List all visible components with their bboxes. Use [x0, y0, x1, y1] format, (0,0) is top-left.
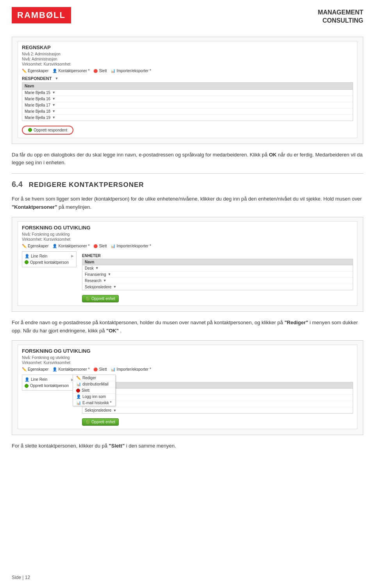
contact-panel2: Line Rein ▶ Opprett kontaktperson [22, 375, 77, 391]
menu-egenskaper[interactable]: Egenskaper [22, 69, 48, 73]
f1-menu-egenskaper[interactable]: Egenskaper [22, 244, 48, 248]
row-marie16: Marie Bjella 16 [25, 97, 50, 101]
row-marie18: Marie Bjella 18 [25, 109, 50, 114]
page-header: RAMBØLL MANAGEMENT CONSULTING [0, 0, 375, 29]
enheter-desk: Desk [85, 266, 94, 270]
f1-kontakt-label: Kontaktpersoner * [58, 244, 89, 248]
enheter-row[interactable]: Research ▼ [82, 278, 353, 284]
dropdown-logg-inn[interactable]: Logg inn som [73, 394, 115, 400]
para3-ok: "OK" [106, 328, 119, 334]
create-enhet2-wrapper: Opprett enhet [82, 416, 353, 426]
person-icon [52, 244, 57, 248]
paragraph-4: For å slette kontaktpersonen, klikker du… [12, 442, 363, 450]
f1-egenskaper-label: Egenskaper [28, 244, 48, 248]
row-arrow: ▼ [52, 97, 55, 101]
f1-menu-importer[interactable]: Importer/eksporter * [111, 244, 151, 248]
contact-panel2-wrapper: Line Rein ▶ Opprett kontaktperson Redige… [22, 375, 77, 426]
contact-create-row2[interactable]: Opprett kontaktperson [25, 383, 74, 389]
f2-egenskaper-label: Egenskaper [28, 367, 48, 371]
enheter-row[interactable]: Finansiering ▼ [82, 272, 353, 278]
export-icon [111, 367, 115, 371]
enheter-row2[interactable]: Desk ▼ [82, 389, 353, 395]
dropdown-rediger[interactable]: Rediger [73, 375, 115, 381]
pencil-icon [22, 244, 27, 248]
export-icon [111, 69, 115, 73]
main-content: REGNSKAP Nivå 2: Administrasjon Nivå: Ad… [0, 29, 375, 472]
respondent-table: Navn Marie Bjella 15 ▼ Marie Bjella 16 ▼… [22, 82, 353, 121]
f2-menu-kontaktpersoner[interactable]: Kontaktpersoner * [52, 367, 89, 371]
green-circle-icon [25, 384, 29, 388]
enheter-arrow2: ▼ [113, 409, 116, 412]
respondent-label-text: RESPONDENT [22, 76, 52, 81]
green-icon2 [86, 420, 90, 424]
enheter-finansiering: Finansiering [85, 272, 106, 277]
create-contact-label: Opprett kontaktperson [30, 260, 69, 265]
dropdown-email-historikk[interactable]: E-mail historikk * [73, 400, 115, 406]
table-row[interactable]: Marie Bjella 17 ▼ [22, 102, 353, 108]
dropdown-slett-label: Slett [82, 388, 89, 393]
row-marie19: Marie Bjella 19 [25, 115, 50, 120]
enheter-arrow: ▼ [113, 285, 116, 289]
dropdown-logg-label: Logg inn som [82, 394, 106, 399]
menu-slett[interactable]: Slett [93, 69, 107, 73]
f2-menu-slett[interactable]: Slett [93, 367, 107, 371]
contact-create-row[interactable]: Opprett kontaktperson [25, 259, 74, 265]
green-circle-icon [28, 128, 32, 132]
table-row[interactable]: Marie Bjella 18 ▼ [22, 108, 353, 115]
respondent-table-header: Navn [22, 83, 353, 90]
enheter-table2: Navn Desk ▼ Finansiering ▼ Research ▼ [82, 382, 353, 414]
create-enhet-button[interactable]: Opprett enhet [82, 295, 119, 302]
dropdown-historikk-label: E-mail historikk * [82, 401, 111, 405]
delete-icon [93, 69, 98, 73]
create-respondent-button[interactable]: Opprett respondent [22, 126, 73, 135]
dropdown-distributionmail[interactable]: distributionMail [73, 381, 115, 387]
create-enhet-wrapper: Opprett enhet [82, 293, 353, 302]
f1-menu-kontaktpersoner[interactable]: Kontaktpersoner * [52, 244, 89, 248]
enheter-row2[interactable]: Seksjonsledere ▼ [82, 407, 353, 413]
para4-text: For å slette kontaktpersonen, klikker du… [12, 443, 107, 449]
forskning1-title: FORSKNING OG UTVIKLING [22, 225, 353, 231]
enheter-row[interactable]: Desk ▼ [82, 265, 353, 272]
enheter-row2[interactable]: Finansiering ▼ [82, 395, 353, 401]
enheter-arrow: ▼ [95, 266, 99, 270]
green-icon [86, 297, 90, 301]
enheter-label2: ENHETER [82, 377, 353, 381]
regnskap-title: REGNSKAP [22, 44, 353, 50]
enheter-section: ENHETER Navn Desk ▼ Finansiering ▼ Resea [82, 254, 353, 302]
para2-rest: på menylinjen. [59, 204, 91, 210]
contact-row-line2[interactable]: Line Rein ▶ [25, 377, 74, 383]
f2-menu-importer[interactable]: Importer/eksporter * [111, 367, 151, 371]
enheter-row[interactable]: Seksjonsledere ▼ [82, 284, 353, 290]
enheter-section2: ENHETER Navn Desk ▼ Finansiering ▼ Resea [82, 377, 353, 426]
row-arrow: ▼ [52, 115, 55, 119]
contact-panel: Line Rein ▶ Opprett kontaktperson [22, 251, 77, 267]
create-respondent-label: Opprett respondent [34, 128, 67, 132]
forskning2-menu-bar: Egenskaper Kontaktpersoner * Slett Impor… [22, 367, 353, 371]
screenshot-regnskap: REGNSKAP Nivå 2: Administrasjon Nivå: Ad… [12, 37, 363, 144]
para4-slett: "Slett" [109, 443, 125, 449]
menu-kontaktpersoner[interactable]: Kontaktpersoner * [52, 69, 89, 73]
f2-menu-egenskaper[interactable]: Egenskaper [22, 367, 48, 371]
forskning2-title: FORSKNING OG UTVIKLING [22, 348, 353, 354]
person-icon [52, 69, 57, 73]
regnskap-niva2: Nivå 2: Administrasjon [22, 52, 353, 56]
contact-panel-wrapper: Line Rein ▶ Opprett kontaktperson [22, 251, 77, 302]
logo-text: RAMBØLL [17, 10, 66, 20]
logo: RAMBØLL [12, 7, 71, 23]
row-arrow: ▼ [52, 109, 55, 113]
contact-row-line[interactable]: Line Rein ▶ [25, 253, 74, 259]
table-row[interactable]: Marie Bjella 15 ▼ [22, 90, 353, 96]
history-icon [76, 401, 81, 405]
create-enhet2-button[interactable]: Opprett enhet [82, 418, 119, 426]
enheter-header: Navn [82, 259, 353, 265]
table-row[interactable]: Marie Bjella 19 ▼ [22, 115, 353, 121]
person-icon [25, 377, 29, 382]
dropdown-slett[interactable]: Slett [73, 387, 115, 394]
table-row[interactable]: Marie Bjella 16 ▼ [22, 96, 353, 102]
row-arrow: ▼ [52, 103, 55, 107]
f1-importer-label: Importer/eksporter * [116, 244, 151, 248]
enheter-row2[interactable]: Research ▼ [82, 401, 353, 407]
f1-menu-slett[interactable]: Slett [93, 244, 107, 248]
menu-importer[interactable]: Importer/eksporter * [111, 69, 151, 73]
forskning2-virksomhet: Virksomhet: Kursvirksomhet [22, 361, 353, 365]
